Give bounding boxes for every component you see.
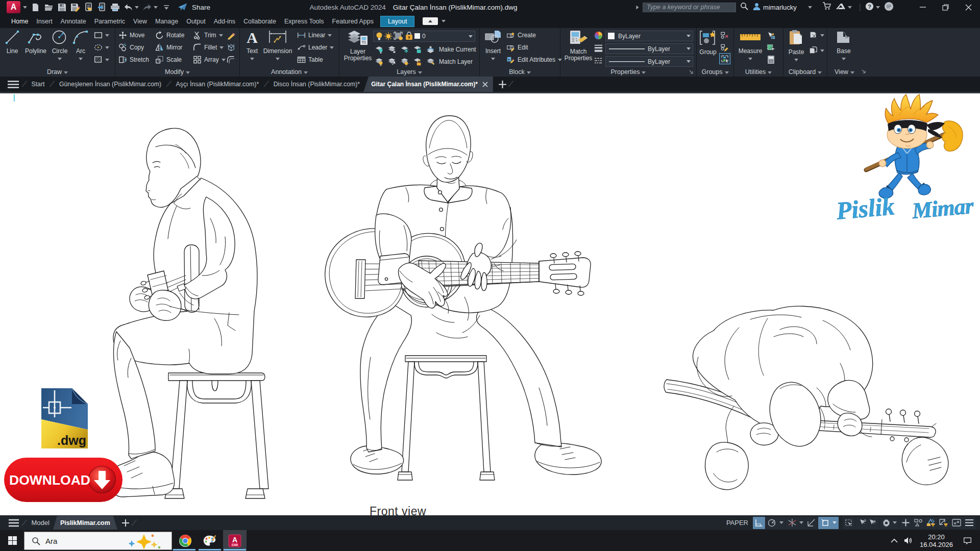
file-tab-menu-icon[interactable] xyxy=(6,80,20,89)
layer-unlock-button[interactable] xyxy=(413,58,422,66)
edit-attributes-button[interactable]: Edit Attributes xyxy=(506,55,562,65)
ribbon-minimize-button[interactable] xyxy=(423,17,438,25)
isometric-drafting-toggle[interactable] xyxy=(786,517,805,529)
snap-mode-toggle[interactable] xyxy=(753,517,765,529)
ungroup-button[interactable] xyxy=(720,30,729,40)
make-current-label[interactable]: Make Current xyxy=(439,46,476,53)
share-label[interactable]: Share xyxy=(192,4,210,11)
line-button[interactable]: Line xyxy=(3,30,21,55)
tab-manage[interactable]: Manage xyxy=(151,16,182,27)
notification-center-icon[interactable] xyxy=(963,536,972,545)
hatch-tool-button[interactable] xyxy=(94,55,109,65)
block-edit-button[interactable]: Edit xyxy=(506,42,528,53)
customization-menu-button[interactable] xyxy=(963,517,975,529)
layer-lock-button[interactable] xyxy=(413,45,422,54)
polyline-button[interactable]: Polyline xyxy=(22,30,49,55)
cut-button[interactable] xyxy=(809,30,824,40)
cart-icon[interactable] xyxy=(822,2,831,12)
make-current-icon[interactable] xyxy=(426,45,435,54)
share-icon[interactable] xyxy=(178,3,187,12)
tab-insert[interactable]: Insert xyxy=(32,16,56,27)
file-tab-disco[interactable]: Disco İnsan (PislikMimar.com)* xyxy=(270,81,363,88)
layout-menu-icon[interactable] xyxy=(7,518,20,527)
dimension-button[interactable]: Dimension xyxy=(261,30,294,62)
drawing-canvas[interactable]: Pislik Mimar .dwg DOWNLOAD Front view xyxy=(0,93,980,515)
block-create-button[interactable]: Create xyxy=(506,30,536,40)
tab-layout[interactable]: Layout xyxy=(380,16,415,27)
copy-button[interactable]: Copy xyxy=(118,42,144,53)
user-caret-icon[interactable] xyxy=(808,6,812,9)
file-tab-gitar-active[interactable]: Gitar Çalan İnsan (PislikMimar.com)* xyxy=(363,77,493,92)
polar-tracking-toggle[interactable] xyxy=(766,517,785,529)
layer-isolate-button[interactable] xyxy=(375,45,384,54)
table-button[interactable]: Table xyxy=(297,55,323,65)
tab-parametric[interactable]: Parametric xyxy=(90,16,129,27)
file-tab-start[interactable]: Start xyxy=(28,81,48,88)
workspace-switching-button[interactable] xyxy=(912,517,924,529)
help-caret-icon[interactable] xyxy=(876,6,880,9)
panel-label-clipboard[interactable]: Clipboard xyxy=(783,68,827,76)
layout-tab-pislikmimar[interactable]: PislikMimar.com xyxy=(53,516,117,530)
panel-label-properties[interactable]: Properties xyxy=(560,68,696,76)
match-layer-label[interactable]: Match Layer xyxy=(439,58,473,65)
select-similar-button[interactable] xyxy=(767,42,775,53)
undo-button[interactable] xyxy=(124,3,133,12)
tab-view[interactable]: View xyxy=(129,16,151,27)
start-button[interactable] xyxy=(1,531,23,550)
layer-freeze-button[interactable] xyxy=(401,45,409,54)
scale-button[interactable]: Scale xyxy=(155,55,182,65)
redo-caret-icon[interactable] xyxy=(154,6,158,9)
panel-label-utilities[interactable]: Utilities xyxy=(734,68,783,76)
tab-featured-apps[interactable]: Featured Apps xyxy=(328,16,378,27)
calculator-button[interactable] xyxy=(767,55,775,65)
volume-icon[interactable] xyxy=(904,536,913,545)
autoscale-annotation-button[interactable] xyxy=(938,517,950,529)
annotation-plus-button[interactable] xyxy=(899,517,912,529)
paint-icon[interactable] xyxy=(198,531,220,550)
match-layer-icon[interactable] xyxy=(426,58,435,66)
tab-output[interactable]: Output xyxy=(182,16,210,27)
tab-add-ins[interactable]: Add-ins xyxy=(210,16,239,27)
color-select[interactable]: ByLayer xyxy=(605,31,693,41)
panel-label-modify[interactable]: Modify xyxy=(115,68,239,76)
fullscreen-button[interactable] xyxy=(950,517,963,529)
panel-label-block[interactable]: Block xyxy=(480,68,560,76)
text-button[interactable]: A Text xyxy=(244,30,260,62)
plot-button[interactable] xyxy=(110,3,120,12)
qat-customize-button[interactable] xyxy=(161,3,171,12)
object-snap-toggle[interactable] xyxy=(818,517,839,529)
autocad-app-button[interactable]: A xyxy=(7,1,20,13)
insert-button[interactable]: Insert xyxy=(483,30,503,62)
match-properties-button[interactable]: Match Properties xyxy=(562,30,594,62)
group-selection-toggle[interactable] xyxy=(719,54,730,64)
mirror-button[interactable]: Mirror xyxy=(155,42,182,53)
layer-select[interactable]: 0 xyxy=(373,31,475,42)
search-collapse-icon[interactable] xyxy=(636,5,639,9)
restore-button[interactable] xyxy=(934,0,957,14)
array-button[interactable]: Array xyxy=(193,55,226,65)
new-file-button[interactable] xyxy=(31,3,40,12)
layer-unisolate-button[interactable] xyxy=(388,45,397,54)
rectangle-tool-button[interactable] xyxy=(94,30,109,40)
view-expand-icon[interactable] xyxy=(861,69,866,74)
tab-annotate[interactable]: Annotate xyxy=(57,16,90,27)
object-snap-tracking-toggle[interactable] xyxy=(805,517,818,529)
group-button[interactable]: Group xyxy=(698,30,718,56)
annotation-visibility-button[interactable] xyxy=(925,517,937,529)
search-icon[interactable] xyxy=(740,2,748,12)
tab-home[interactable]: Home xyxy=(7,16,32,27)
rotate-button[interactable]: Rotate xyxy=(155,30,184,40)
minimize-button[interactable] xyxy=(911,0,934,14)
paper-space-label[interactable]: PAPER xyxy=(726,519,748,527)
selection-cycling-toggle[interactable] xyxy=(843,517,855,529)
base-button[interactable]: Base xyxy=(834,30,854,62)
close-button[interactable] xyxy=(957,0,980,14)
arc-button[interactable]: Arc xyxy=(71,30,90,62)
save-as-button[interactable] xyxy=(70,3,80,12)
panel-label-groups[interactable]: Groups xyxy=(697,68,733,76)
download-button[interactable]: DOWNLOAD xyxy=(4,458,122,502)
linear-button[interactable]: Linear xyxy=(297,30,332,40)
erase-button[interactable] xyxy=(227,30,235,40)
save-to-mobile-button[interactable] xyxy=(97,3,107,12)
tray-expand-icon[interactable] xyxy=(890,536,899,545)
